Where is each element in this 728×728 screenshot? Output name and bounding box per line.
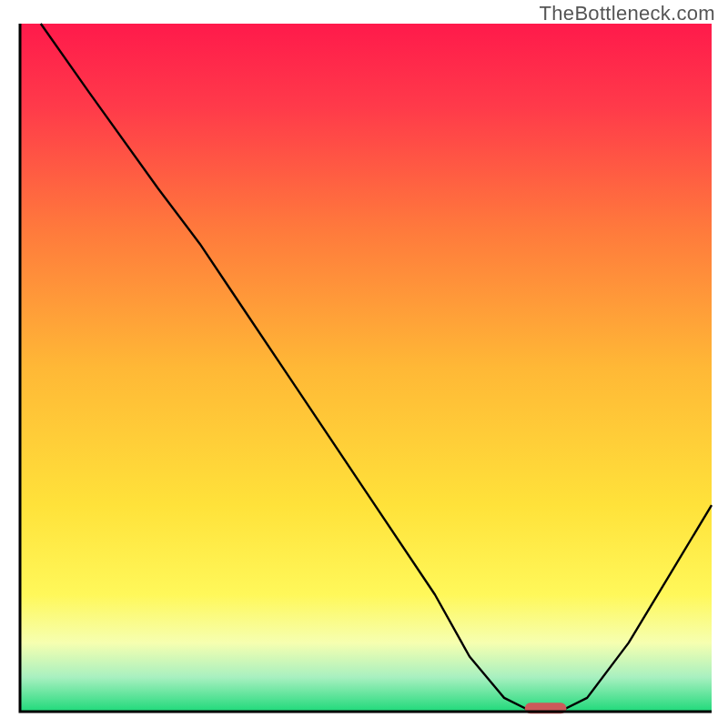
- watermark-text: TheBottleneck.com: [540, 2, 715, 25]
- plot-background: [20, 24, 712, 712]
- chart-svg: [0, 0, 728, 728]
- bottleneck-chart: TheBottleneck.com: [0, 0, 728, 728]
